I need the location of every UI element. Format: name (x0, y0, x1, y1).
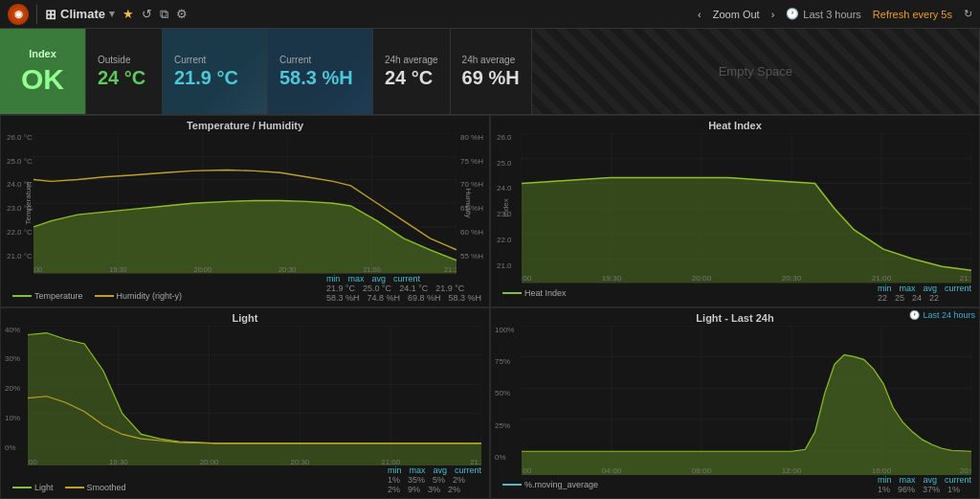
svg-text:19:00: 19:00 (522, 275, 532, 284)
chart-light-title: Light (5, 312, 485, 324)
gear-icon[interactable]: ⚙ (176, 7, 188, 21)
chevron-right-icon[interactable]: › (771, 9, 775, 20)
stat-current-humid-value: 58.3 %H (279, 67, 361, 89)
heat-stats: min max avg current 22252422 (878, 284, 971, 303)
refresh-icon[interactable]: ↺ (142, 7, 152, 21)
svg-text:21:00: 21:00 (363, 265, 380, 274)
chart-light-24h-area: 00:00 04:00 08:00 12:00 16:00 20:00 0%25… (495, 326, 975, 476)
light24-y-axis: 0%25%50%75%100% (495, 326, 522, 463)
svg-text:20:30: 20:30 (782, 275, 802, 284)
stat-index: Index OK (0, 29, 86, 114)
light-24h-footer: %.moving_average min max avg current 1%9… (495, 475, 975, 494)
svg-text:19:00: 19:00 (33, 265, 42, 274)
clock-24h-icon: 🕐 (909, 310, 920, 320)
legend-heat-index: Heat Index (502, 288, 567, 298)
star-icon[interactable]: ★ (122, 7, 134, 21)
chart-light-area: 19:00 19:30 20:00 20:30 21:00 21:30 0%10… (5, 326, 485, 466)
smooth-line-indicator (65, 487, 84, 488)
heat-line-indicator (502, 292, 522, 294)
stat-current-temp-value: 21.9 °C (174, 67, 256, 89)
topbar-icons: ★ ↺ ⧉ ⚙ (122, 7, 188, 22)
svg-text:19:30: 19:30 (109, 265, 126, 274)
light-stat-row2: 2%9%3%2% (380, 485, 481, 494)
svg-marker-31 (522, 177, 971, 283)
chart-heat-index: Heat Index 19:00 19:30 20:00 (490, 115, 980, 307)
empty-space: Empty Space (532, 29, 980, 114)
chart-light-24h: Light - Last 24h 🕐 Last 24 hours 00:00 (490, 307, 980, 500)
legend-light: Light (12, 483, 54, 492)
svg-text:21:00: 21:00 (872, 275, 892, 284)
svg-text:19:00: 19:00 (28, 457, 37, 465)
stats-row: Index OK Outside 24 °C Current 21.9 °C C… (0, 29, 980, 115)
stat-avg-humid-label: 24h average (462, 55, 520, 65)
zoom-nav-right[interactable]: › (771, 9, 775, 20)
temp-stat-row: 21.9 °C25.0 °C24.1 °C21.9 °C (319, 284, 481, 293)
charts-grid: Temperature / Humidity Temperature Humid… (0, 115, 980, 499)
stat-current-temp: Current 21.9 °C (163, 29, 268, 114)
svg-text:21:00: 21:00 (381, 457, 400, 465)
temp-line-indicator (12, 295, 32, 297)
heat-stat-values: 22252422 (878, 293, 971, 303)
stat-avg-temp-value: 24 °C (385, 67, 438, 89)
svg-text:20:00: 20:00 (960, 466, 971, 475)
chart-temp-humidity: Temperature / Humidity Temperature Humid… (0, 115, 490, 307)
topbar-right: ‹ Zoom Out › 🕐 Last 3 hours Refresh ever… (698, 8, 972, 20)
svg-text:04:00: 04:00 (602, 466, 622, 475)
svg-text:19:30: 19:30 (109, 457, 128, 465)
refresh-label[interactable]: Refresh every 5s (873, 9, 952, 20)
svg-text:20:00: 20:00 (194, 265, 212, 274)
light-y-axis: 0%10%20%30%40% (5, 326, 28, 453)
svg-text:16:00: 16:00 (872, 466, 892, 475)
svg-text:12:00: 12:00 (782, 466, 802, 475)
heat-stat-headers: min max avg current (878, 284, 971, 293)
time-range-selector[interactable]: 🕐 Last 3 hours (786, 8, 861, 20)
humid-line-indicator (95, 295, 114, 297)
light24-legend: %.moving_average (499, 478, 602, 491)
svg-text:20:00: 20:00 (200, 457, 219, 465)
svg-text:19:30: 19:30 (602, 275, 622, 284)
svg-text:21:30: 21:30 (960, 275, 971, 284)
light24-stats: min max avg current 1%96%37%1% (878, 475, 971, 494)
light24-stat-headers: min max avg current (878, 475, 971, 485)
stat-avg-temp: 24h average 24 °C (373, 29, 451, 114)
legend-humidity: Humidity (right-y) (95, 291, 183, 301)
chart-temp-humidity-area: Temperature Humidity (5, 133, 485, 274)
zoom-out-button[interactable]: Zoom Out (713, 9, 760, 20)
chart-heat-index-title: Heat Index (495, 120, 975, 131)
svg-marker-12 (33, 201, 457, 274)
light-footer: Light Smoothed min max avg current 1%35%… (5, 465, 485, 494)
light-stats: min max avg current 1%35%5%2% 2%9%3%2% (380, 465, 481, 494)
chevron-left-icon[interactable]: ‹ (698, 9, 702, 20)
svg-text:21:30: 21:30 (444, 265, 457, 274)
stat-current-humid: Current 58.3 %H (268, 29, 373, 114)
stat-current-temp-label: Current (174, 55, 256, 65)
last-24h-badge[interactable]: 🕐 Last 24 hours (909, 310, 975, 320)
svg-marker-48 (28, 332, 481, 465)
light-stat-row1: 1%35%5%2% (380, 475, 481, 485)
top-bar: ◉ ⊞ Climate ▾ ★ ↺ ⧉ ⚙ ‹ Zoom Out › 🕐 Las… (0, 0, 980, 29)
zoom-nav-left[interactable]: ‹ (698, 9, 702, 20)
y-axis-left: 21.0 °C 22.0 °C 23.0 °C 24.0 °C 25.0 °C … (5, 133, 33, 261)
chart-light: Light 19:00 19:30 20:00 (0, 307, 490, 500)
stat-outside-value: 24 °C (98, 67, 150, 89)
refresh-button[interactable]: ↻ (964, 8, 972, 20)
heat-y-label: Index (501, 198, 510, 217)
moving-avg-indicator (502, 484, 522, 486)
stat-index-value: OK (21, 63, 64, 96)
chart-temp-humidity-footer: Temperature Humidity (right-y) min max a… (5, 274, 485, 303)
topbar-left: ◉ ⊞ Climate ▾ ★ ↺ ⧉ ⚙ (8, 4, 188, 25)
svg-text:20:30: 20:30 (291, 457, 310, 465)
svg-text:00:00: 00:00 (522, 466, 532, 475)
temp-legend: Temperature Humidity (right-y) (9, 289, 186, 303)
chart-light-24h-title: Light - Last 24h (495, 312, 975, 324)
stat-index-label: Index (29, 48, 56, 59)
light-stat-headers: min max avg current (380, 465, 481, 475)
app-logo[interactable]: ◉ (8, 4, 29, 25)
stat-avg-humid-value: 69 %H (462, 67, 520, 89)
app-title: ⊞ Climate ▾ (45, 7, 115, 22)
svg-text:21:30: 21:30 (470, 457, 481, 465)
copy-icon[interactable]: ⧉ (160, 7, 168, 22)
y-axis-right: 55 %H 60 %H 65 %H 70 %H 75 %H 80 %H (455, 133, 485, 261)
chart-heat-index-area: 19:00 19:30 20:00 20:30 21:00 21:30 21.0… (495, 133, 975, 284)
stat-current-humid-label: Current (279, 55, 361, 65)
